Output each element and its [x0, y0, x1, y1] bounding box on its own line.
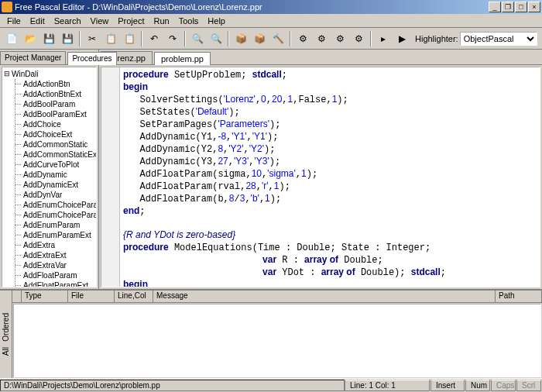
run2-icon[interactable]: ⚙: [313, 30, 330, 47]
cut-icon[interactable]: ✂: [84, 30, 101, 47]
close-button[interactable]: ×: [528, 2, 540, 12]
tree-item[interactable]: AddActionBtn: [15, 79, 94, 89]
message-header: Type File Line,Col Message Path: [12, 291, 542, 303]
tree-item[interactable]: AddActionBtnExt: [15, 89, 94, 99]
gear2-icon[interactable]: ⚙: [350, 30, 367, 47]
restore-button[interactable]: ❐: [502, 2, 514, 12]
editor-panel: Lorenz.ppproblem.pp procedure SetUpProbl…: [99, 50, 542, 289]
col-message[interactable]: Message: [153, 291, 496, 302]
app-icon: [2, 2, 12, 12]
tree-item[interactable]: AddEnumChoiceParam: [15, 200, 94, 210]
tree-item[interactable]: AddExtraExt: [15, 250, 94, 260]
toolbar: 📄📂💾💾✂📋📋↶↷🔍🔍📦📦🔨⚙⚙⚙⚙▸▶Highlighter:ObjectPa…: [0, 28, 542, 50]
tree-item[interactable]: AddDynVar: [15, 190, 94, 200]
find-icon[interactable]: 🔍: [189, 30, 206, 47]
undo-icon[interactable]: ↶: [146, 30, 163, 47]
proj1-icon[interactable]: 📦: [232, 30, 249, 47]
status-bar: D:\WinDali\Projects\Demo\Lorenz\problem.…: [0, 378, 542, 392]
minimize-button[interactable]: _: [489, 2, 501, 12]
editor-tabs: Lorenz.ppproblem.pp: [99, 50, 542, 65]
tree-item[interactable]: AddBoolParamExt: [15, 109, 94, 119]
paste-icon[interactable]: 📋: [121, 30, 138, 47]
tree-item[interactable]: AddBoolParam: [15, 99, 94, 109]
build-icon[interactable]: 🔨: [269, 30, 286, 47]
tree-item[interactable]: AddDynamicExt: [15, 180, 94, 190]
window-title: Free Pascal Editor - D:\WinDali\Projects…: [15, 2, 489, 12]
tree-item[interactable]: AddExtra: [15, 240, 94, 250]
tree-item[interactable]: AddChoice: [15, 119, 94, 129]
tree-item[interactable]: AddChoiceExt: [15, 129, 94, 139]
left-tab-procedures[interactable]: Procedures: [67, 52, 116, 65]
tree-item[interactable]: AddEnumParamExt: [15, 230, 94, 240]
procedure-tree[interactable]: WinDali AddActionBtnAddActionBtnExtAddBo…: [2, 67, 96, 287]
status-caps: Caps: [491, 380, 516, 391]
replace-icon[interactable]: 🔍: [208, 30, 225, 47]
menu-edit[interactable]: Edit: [26, 15, 50, 27]
tab-ordered[interactable]: Ordered: [2, 310, 10, 345]
left-panel-tabs: Project ManagerProcedures: [0, 50, 98, 65]
new-icon[interactable]: 📄: [3, 30, 20, 47]
menu-project[interactable]: Project: [113, 15, 149, 27]
menu-view[interactable]: View: [86, 15, 114, 27]
copy-icon[interactable]: 📋: [102, 30, 119, 47]
tree-item[interactable]: AddFloatParamExt: [15, 280, 94, 287]
open-icon[interactable]: 📂: [22, 30, 39, 47]
tree-item[interactable]: AddCommonStaticExt: [15, 150, 94, 160]
highlighter-select[interactable]: ObjectPascal: [460, 32, 537, 46]
menu-bar: FileEditSearchViewProjectRunToolsHelp: [0, 14, 542, 28]
menu-help[interactable]: Help: [203, 15, 230, 27]
code-editor-container: procedure SetUpProblem; stdcall; begin S…: [101, 67, 540, 287]
menu-file[interactable]: File: [2, 15, 26, 27]
menu-tools[interactable]: Tools: [174, 15, 204, 27]
tab-all[interactable]: All: [2, 344, 10, 359]
message-list[interactable]: [13, 304, 541, 377]
tree-item[interactable]: AddEnumChoiceParam: [15, 210, 94, 220]
save-icon[interactable]: 💾: [40, 30, 57, 47]
workspace: Project ManagerProcedures WinDali AddAct…: [0, 50, 542, 289]
redo-icon[interactable]: ↷: [164, 30, 181, 47]
col-expand[interactable]: [12, 291, 22, 302]
procedure-tree-container: WinDali AddActionBtnAddActionBtnExtAddBo…: [2, 67, 97, 287]
proj2-icon[interactable]: 📦: [251, 30, 268, 47]
window-controls: _ ❐ □ ×: [489, 2, 540, 12]
menu-run[interactable]: Run: [149, 15, 173, 27]
tree-item[interactable]: AddEnumParam: [15, 220, 94, 230]
highlighter-label: Highlighter:: [415, 34, 458, 43]
tree-item[interactable]: AddCommonStatic: [15, 139, 94, 150]
gear1-icon[interactable]: ⚙: [331, 30, 348, 47]
message-panel-side-tabs: Ordered All: [0, 291, 12, 378]
left-tab-project-manager[interactable]: Project Manager: [0, 51, 66, 64]
tree-root[interactable]: WinDali: [4, 69, 94, 79]
maximize-button[interactable]: □: [515, 2, 527, 12]
title-bar: Free Pascal Editor - D:\WinDali\Projects…: [0, 0, 542, 14]
col-path[interactable]: Path: [496, 291, 542, 302]
menu-search[interactable]: Search: [50, 15, 86, 27]
editor-tab[interactable]: problem.pp: [154, 52, 211, 65]
message-panel: Ordered All Type File Line,Col Message P…: [0, 289, 542, 378]
left-panel: Project ManagerProcedures WinDali AddAct…: [0, 50, 99, 289]
col-type[interactable]: Type: [22, 291, 68, 302]
tree-item[interactable]: AddExtraVar: [15, 260, 94, 270]
status-position: Line: 1 Col: 1: [345, 380, 430, 391]
play-icon[interactable]: ▶: [393, 30, 410, 47]
code-editor[interactable]: procedure SetUpProblem; stdcall; begin S…: [120, 67, 540, 287]
run1-icon[interactable]: ⚙: [294, 30, 311, 47]
tree-item[interactable]: AddCurveToPlot: [15, 160, 94, 170]
line-gutter: [101, 67, 120, 287]
message-area: Type File Line,Col Message Path: [12, 291, 542, 378]
status-insert: Insert: [431, 380, 465, 391]
col-file[interactable]: File: [68, 291, 115, 302]
status-scrl: Scrl: [516, 380, 541, 391]
tree-item[interactable]: AddFloatParam: [15, 270, 94, 280]
tree-item[interactable]: AddDynamic: [15, 170, 94, 180]
status-path: D:\WinDali\Projects\Demo\Lorenz\problem.…: [0, 380, 345, 391]
status-num: Num: [465, 380, 490, 391]
saveall-icon[interactable]: 💾: [59, 30, 76, 47]
step-icon[interactable]: ▸: [375, 30, 392, 47]
col-linecol[interactable]: Line,Col: [115, 291, 153, 302]
